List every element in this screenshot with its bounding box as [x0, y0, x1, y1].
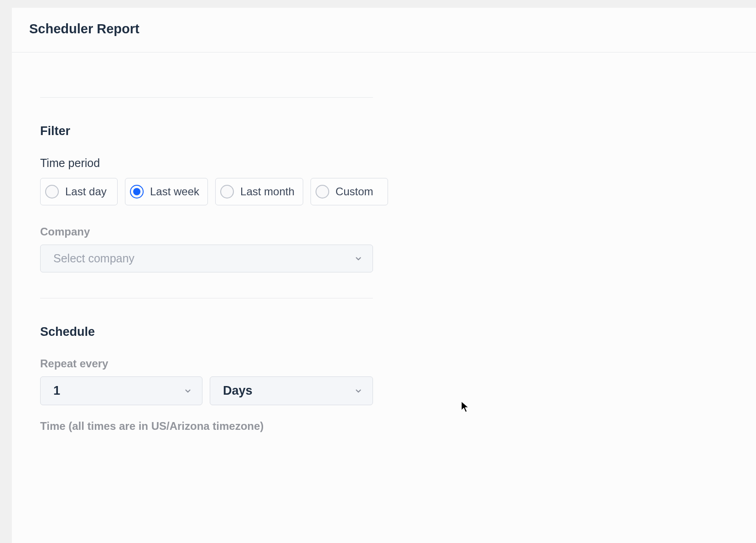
- company-label: Company: [40, 225, 728, 238]
- time-label: Time (all times are in US/Arizona timezo…: [40, 420, 728, 433]
- time-period-radio-group: Last day Last week Last month Custom: [40, 178, 728, 205]
- schedule-section: Schedule Repeat every 1 Days Time (all t…: [40, 325, 728, 433]
- time-period-label: Time period: [40, 157, 728, 170]
- divider: [40, 97, 373, 98]
- radio-label: Last day: [65, 185, 107, 198]
- radio-last-day[interactable]: Last day: [40, 178, 118, 205]
- repeat-unit-select[interactable]: Days: [210, 376, 373, 405]
- page-title: Scheduler Report: [29, 21, 756, 37]
- radio-circle-icon: [45, 185, 59, 198]
- repeat-unit-value: Days: [223, 384, 253, 398]
- repeat-count-value: 1: [53, 384, 60, 398]
- repeat-every-row: 1 Days: [40, 376, 373, 405]
- schedule-section-title: Schedule: [40, 325, 728, 339]
- company-select[interactable]: Select company: [40, 245, 373, 272]
- divider: [40, 298, 373, 298]
- radio-circle-icon: [130, 185, 144, 198]
- radio-circle-icon: [316, 185, 329, 198]
- filter-section: Filter Time period Last day Last week La…: [40, 124, 728, 298]
- filter-section-title: Filter: [40, 124, 728, 138]
- content-area: Filter Time period Last day Last week La…: [12, 97, 756, 433]
- chevron-down-icon: [184, 387, 192, 395]
- radio-label: Last month: [240, 185, 295, 198]
- chevron-down-icon: [354, 255, 362, 263]
- page-container: Scheduler Report Filter Time period Last…: [12, 8, 756, 543]
- radio-last-week[interactable]: Last week: [125, 178, 208, 205]
- repeat-count-select[interactable]: 1: [40, 376, 202, 405]
- radio-custom[interactable]: Custom: [311, 178, 388, 205]
- radio-label: Custom: [336, 185, 373, 198]
- chevron-down-icon: [354, 387, 362, 395]
- radio-label: Last week: [150, 185, 199, 198]
- radio-circle-icon: [220, 185, 234, 198]
- radio-last-month[interactable]: Last month: [215, 178, 303, 205]
- page-header: Scheduler Report: [12, 8, 756, 52]
- repeat-every-label: Repeat every: [40, 357, 728, 370]
- company-select-placeholder: Select company: [53, 252, 135, 265]
